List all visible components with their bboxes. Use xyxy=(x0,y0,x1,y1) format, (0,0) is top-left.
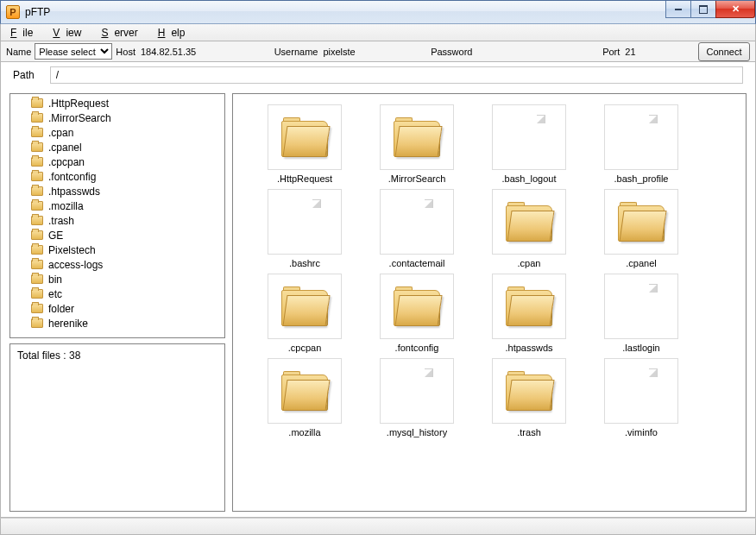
tree-item-label: herenike xyxy=(48,318,88,330)
folder-icon xyxy=(380,104,454,170)
folder-icon xyxy=(31,289,43,299)
tree-item[interactable]: .cpan xyxy=(10,125,224,140)
content-area: .HttpRequest.MirrorSearch.cpan.cpanel.cp… xyxy=(0,88,756,518)
grid-item[interactable]: .bash_logout xyxy=(473,104,585,184)
tree-item[interactable]: .MirrorSearch xyxy=(10,110,224,125)
file-icon xyxy=(380,189,454,255)
file-grid-panel: .HttpRequest.MirrorSearch.bash_logout.ba… xyxy=(232,93,747,512)
connection-bar: Name Please select Host Username Passwor… xyxy=(0,41,756,62)
tree-item-label: .cpan xyxy=(48,127,73,139)
tree-item-label: access-logs xyxy=(48,259,103,271)
folder-icon xyxy=(31,128,43,137)
grid-item[interactable]: .cpanel xyxy=(585,189,697,268)
file-grid: .HttpRequest.MirrorSearch.bash_logout.ba… xyxy=(249,104,740,437)
tree-item[interactable]: .HttpRequest xyxy=(10,96,224,110)
grid-item[interactable]: .cpcpan xyxy=(249,274,361,353)
tree-item[interactable]: bin xyxy=(10,272,224,286)
tree-item[interactable]: access-logs xyxy=(10,257,224,272)
menu-view[interactable]: View xyxy=(47,26,93,40)
grid-item[interactable]: .MirrorSearch xyxy=(361,104,473,184)
tree-item[interactable]: etc xyxy=(10,286,224,301)
grid-item-label: .mozilla xyxy=(288,427,320,437)
tree-item[interactable]: .cpanel xyxy=(10,140,224,154)
tree-item[interactable]: .trash xyxy=(10,213,224,228)
grid-item[interactable]: .mozilla xyxy=(249,358,361,437)
folder-icon xyxy=(492,358,566,424)
menubar: File View Server Help xyxy=(0,24,756,41)
tree-item[interactable]: .htpasswds xyxy=(10,184,224,198)
grid-item-label: .bash_profile xyxy=(614,173,669,184)
tree-item[interactable]: .fontconfig xyxy=(10,169,224,184)
tree-item-label: .cpcpan xyxy=(48,156,85,168)
folder-icon xyxy=(492,189,566,255)
maximize-button[interactable] xyxy=(690,1,716,18)
grid-item[interactable]: .trash xyxy=(473,358,585,437)
menu-help[interactable]: Help xyxy=(152,26,198,40)
connect-button[interactable]: Connect xyxy=(698,42,750,61)
info-panel: Total files : 38 xyxy=(9,343,225,512)
grid-item[interactable]: .mysql_history xyxy=(361,358,473,437)
tree-item[interactable]: folder xyxy=(10,301,224,316)
grid-item[interactable]: .contactemail xyxy=(361,189,473,268)
folder-icon xyxy=(31,172,43,181)
folder-icon xyxy=(31,245,43,255)
folder-icon xyxy=(604,189,678,255)
window-title: pFTP xyxy=(25,6,50,18)
folder-icon xyxy=(492,274,566,339)
close-button[interactable]: ✕ xyxy=(715,1,755,18)
name-select[interactable]: Please select xyxy=(35,43,112,60)
password-input[interactable] xyxy=(476,43,562,60)
grid-item[interactable]: .viminfo xyxy=(585,358,697,437)
grid-item-label: .HttpRequest xyxy=(277,173,332,184)
file-grid-scroll[interactable]: .HttpRequest.MirrorSearch.bash_logout.ba… xyxy=(233,94,746,511)
grid-item[interactable]: .bash_profile xyxy=(585,104,697,184)
tree-item-label: .HttpRequest xyxy=(48,98,109,110)
file-icon xyxy=(380,358,454,424)
grid-item[interactable]: .htpasswds xyxy=(473,274,585,353)
grid-item-label: .cpcpan xyxy=(288,343,322,353)
tree-item-label: .MirrorSearch xyxy=(48,112,111,124)
total-files-label: Total files : xyxy=(17,349,66,362)
tree-item-label: .fontconfig xyxy=(48,171,96,183)
username-input[interactable] xyxy=(321,43,390,60)
grid-item[interactable]: .cpan xyxy=(473,189,585,268)
total-files-value: 38 xyxy=(69,349,80,362)
tree-item[interactable]: herenike xyxy=(10,316,224,330)
name-label: Name xyxy=(6,47,31,57)
tree-item[interactable]: Pixelstech xyxy=(10,242,224,257)
grid-item-label: .cpan xyxy=(518,258,541,268)
file-icon xyxy=(604,104,678,170)
app-icon: P xyxy=(6,5,20,19)
grid-item-label: .contactemail xyxy=(389,258,445,268)
menu-server[interactable]: Server xyxy=(95,26,149,40)
tree-item-label: folder xyxy=(48,303,74,315)
tree-item-label: .trash xyxy=(48,215,74,227)
tree-item-label: .cpanel xyxy=(48,142,82,154)
file-icon xyxy=(268,189,342,255)
path-label: Path xyxy=(13,69,35,81)
minimize-button[interactable] xyxy=(665,1,691,18)
menu-file[interactable]: File xyxy=(4,26,45,40)
path-input[interactable] xyxy=(50,66,743,84)
grid-item[interactable]: .lastlogin xyxy=(585,274,697,353)
folder-icon xyxy=(31,260,43,269)
grid-item[interactable]: .fontconfig xyxy=(361,274,473,353)
tree-item[interactable]: .mozilla xyxy=(10,198,224,213)
grid-item-label: .lastlogin xyxy=(622,343,659,353)
folder-icon xyxy=(31,216,43,225)
file-icon xyxy=(492,104,566,170)
tree-item-label: bin xyxy=(48,274,62,286)
grid-item[interactable]: .bashrc xyxy=(249,189,361,268)
host-input[interactable] xyxy=(139,43,234,60)
grid-item-label: .htpasswds xyxy=(505,343,552,353)
grid-item-label: .viminfo xyxy=(625,427,658,437)
port-input[interactable] xyxy=(623,43,658,60)
grid-item-label: .mysql_history xyxy=(387,427,447,437)
folder-tree[interactable]: .HttpRequest.MirrorSearch.cpan.cpanel.cp… xyxy=(10,94,224,337)
tree-item[interactable]: GE xyxy=(10,228,224,242)
folder-icon xyxy=(31,186,43,196)
tree-item-label: etc xyxy=(48,288,62,300)
tree-item[interactable]: .cpcpan xyxy=(10,154,224,169)
grid-item[interactable]: .HttpRequest xyxy=(249,104,361,184)
folder-icon xyxy=(31,142,43,152)
